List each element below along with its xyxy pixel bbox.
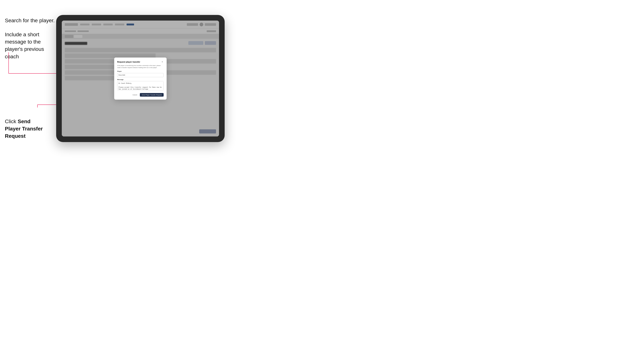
instruction-click: Click Send Player Transfer Request <box>5 118 46 140</box>
modal-title: Request player transfer <box>117 61 140 63</box>
message-label: Message <box>117 78 164 80</box>
instruction-message: Include a short message to the player's … <box>5 31 56 60</box>
request-transfer-modal: Request player transfer × If the player … <box>114 58 166 100</box>
player-input[interactable] <box>117 73 164 77</box>
tablet-screen: Request player transfer × If the player … <box>62 20 219 137</box>
send-transfer-request-button[interactable]: Send Player Transfer Request <box>140 93 164 96</box>
message-textarea[interactable]: Hi Coach McHarg, Please accept this tran… <box>117 81 164 90</box>
tablet-device: Request player transfer × If the player … <box>56 15 225 142</box>
modal-footer: Cancel Send Player Transfer Request <box>117 93 164 96</box>
cancel-button[interactable]: Cancel <box>132 93 138 96</box>
instruction-search: Search for the player. <box>5 17 55 24</box>
player-label: Player <box>117 70 164 72</box>
modal-close-button[interactable]: × <box>161 61 164 63</box>
modal-header: Request player transfer × <box>117 61 164 63</box>
modal-description: If the player is transferring from anoth… <box>117 65 164 69</box>
